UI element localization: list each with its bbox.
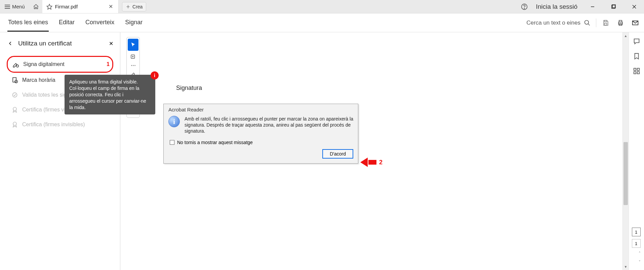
arrow-left-icon	[360, 158, 368, 167]
save-button[interactable]	[598, 16, 613, 30]
svg-point-20	[13, 107, 16, 111]
vertical-scrollbar[interactable]: ▲ ▼	[622, 32, 629, 270]
create-button[interactable]: Crea	[122, 2, 146, 11]
svg-point-21	[13, 122, 16, 126]
hamburger-icon	[5, 5, 10, 9]
panel-title: Utilitza un certificat	[18, 40, 104, 47]
page-current[interactable]: 1	[632, 228, 641, 236]
panel-close-button[interactable]: ✕	[109, 40, 113, 47]
cursor-icon	[130, 42, 136, 48]
checkbox-label: No tornis a mostrar aquest missatge	[177, 140, 253, 145]
dialog-checkbox-row[interactable]: No tornis a mostrar aquest missatge	[164, 138, 358, 149]
svg-rect-13	[619, 20, 622, 22]
back-button[interactable]	[8, 40, 13, 47]
search-icon	[584, 20, 591, 26]
window-close[interactable]	[625, 0, 644, 13]
ribbon-icon	[11, 106, 18, 113]
svg-rect-29	[637, 72, 639, 74]
svg-line-9	[588, 24, 590, 25]
svg-rect-26	[634, 68, 636, 70]
action-label: Signa digitalment	[23, 61, 65, 67]
document-body[interactable]: A Signatura Acrobat Reader i Amb el rato…	[120, 32, 622, 270]
titlebar-left: Menú Firmar.pdf ✕ Crea	[0, 0, 146, 13]
dialog-text: Amb el ratolí, feu clic i arrossegueu el…	[185, 116, 353, 134]
svg-point-16	[16, 65, 19, 67]
document-heading: Signatura	[176, 85, 202, 92]
chevron-left-icon	[8, 40, 13, 47]
menu-label: Menú	[12, 4, 25, 9]
left-panel: Utilitza un certificat ✕ Signa digitalme…	[0, 32, 120, 270]
seal-check-icon	[11, 92, 18, 98]
home-button[interactable]	[30, 0, 42, 13]
tool-select[interactable]	[128, 39, 138, 51]
svg-rect-17	[13, 78, 16, 82]
menu-button[interactable]: Menú	[0, 0, 30, 13]
search[interactable]: Cerca un text o eines	[526, 20, 594, 26]
thumbnails-button[interactable]	[633, 67, 640, 75]
star-icon	[46, 4, 52, 10]
tool-add-text[interactable]	[128, 51, 138, 63]
pen-badge-icon	[12, 61, 19, 68]
svg-rect-10	[605, 20, 607, 22]
signin-link[interactable]: Inicia la sessió	[532, 3, 581, 10]
certificate-actions-list: Signa digitalment 1 Marca horària Valida…	[0, 52, 120, 136]
page-total: 1	[632, 239, 641, 248]
bookmark-icon	[633, 53, 640, 60]
action-sign-digitally[interactable]: Signa digitalment 1	[7, 56, 113, 73]
plus-icon	[126, 4, 130, 9]
action-label: Marca horària	[22, 77, 55, 83]
page-down-button[interactable]: ˅	[639, 259, 641, 265]
help-icon	[521, 3, 528, 10]
document-tab[interactable]: Firmar.pdf ✕	[42, 0, 119, 13]
toolbar-grip-icon[interactable]	[130, 63, 136, 68]
text-plus-icon	[130, 54, 136, 60]
ribbon-outline-icon	[11, 121, 18, 128]
speech-bubble-icon	[633, 38, 640, 45]
tooltip-text: Apliqueu una firma digital visible. Col·…	[69, 79, 146, 110]
action-certify-invisible: Certifica (firmes invisibles)	[7, 117, 113, 132]
scroll-down-icon[interactable]: ▼	[624, 263, 628, 270]
share-button[interactable]	[628, 16, 643, 30]
document-clock-icon	[11, 77, 18, 83]
page-up-button[interactable]: ˄	[639, 250, 641, 257]
print-icon	[617, 20, 624, 26]
save-icon	[602, 20, 609, 26]
right-rail: 1 1 ˄ ˅	[629, 32, 644, 270]
tab-title: Firmar.pdf	[55, 4, 105, 9]
svg-point-8	[585, 20, 589, 24]
toolbar-nav: Totes les eines Editar Converteix Signar	[1, 14, 143, 32]
nav-sign[interactable]: Signar	[124, 14, 143, 32]
tab-close-icon[interactable]: ✕	[107, 3, 114, 10]
print-button[interactable]	[613, 16, 628, 30]
info-icon: i	[168, 116, 180, 127]
dialog: Acrobat Reader i Amb el ratolí, feu clic…	[163, 104, 358, 164]
comments-button[interactable]	[633, 38, 640, 45]
checkbox-icon[interactable]	[170, 140, 174, 145]
svg-rect-28	[634, 72, 636, 74]
titlebar-right: Inicia la sessió	[518, 0, 644, 13]
annotation-step-1: 1	[107, 61, 110, 67]
dialog-ok-button[interactable]: D'acord	[322, 149, 353, 159]
scroll-up-icon[interactable]: ▲	[624, 32, 628, 39]
annotation-step-2: 2	[379, 159, 383, 166]
nav-convert[interactable]: Converteix	[85, 14, 115, 32]
dialog-actions: D'acord	[164, 149, 358, 163]
action-label: Certifica (firmes invisibles)	[22, 122, 85, 128]
dialog-body: i Amb el ratolí, feu clic i arrossegueu …	[164, 116, 358, 138]
scroll-thumb[interactable]	[623, 142, 628, 205]
window-maximize[interactable]	[604, 0, 623, 13]
search-label: Cerca un text o eines	[526, 20, 580, 26]
window-minimize[interactable]	[583, 0, 602, 13]
nav-all-tools[interactable]: Totes les eines	[7, 14, 49, 32]
svg-marker-0	[47, 4, 52, 9]
nav-edit[interactable]: Editar	[58, 14, 75, 32]
titlebar: Menú Firmar.pdf ✕ Crea Inicia la sessió	[0, 0, 644, 13]
bookmarks-button[interactable]	[633, 53, 640, 60]
help-button[interactable]	[518, 3, 530, 10]
scroll-track[interactable]	[623, 39, 629, 263]
svg-rect-27	[637, 68, 639, 70]
tooltip: Apliqueu una firma digital visible. Col·…	[65, 75, 155, 114]
content: Utilitza un certificat ✕ Signa digitalme…	[0, 32, 644, 270]
document-area: A Signatura Acrobat Reader i Amb el rato…	[120, 32, 644, 270]
annotation-arrow-2: 2	[360, 158, 383, 167]
